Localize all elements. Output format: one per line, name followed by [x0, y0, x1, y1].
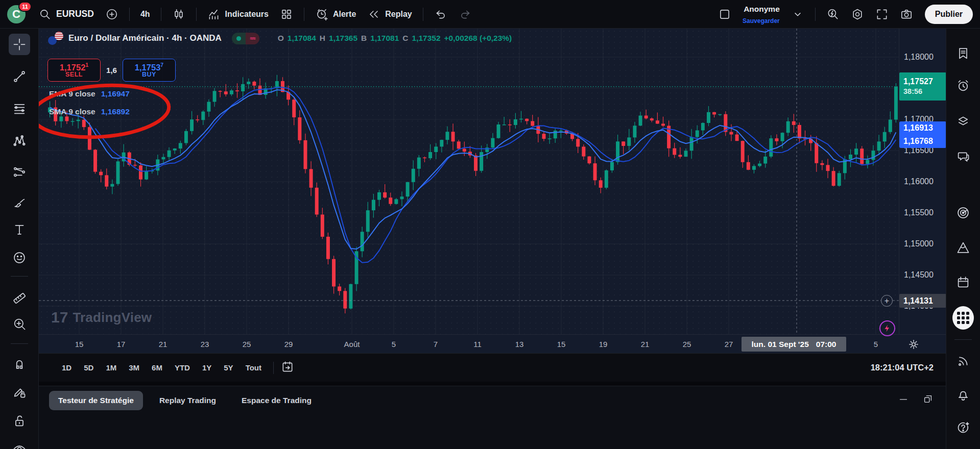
emoji-icon[interactable] [9, 247, 30, 268]
replay-button[interactable]: Replay [362, 5, 417, 24]
fullscreen-button[interactable] [870, 5, 894, 24]
replay-icon [367, 8, 380, 21]
plus-circle-icon [105, 8, 118, 21]
sma-price-badge: 1,16768 [899, 135, 946, 148]
apps-grid-icon[interactable] [952, 307, 974, 329]
range-button-1d[interactable]: 1D [57, 360, 76, 375]
ohlc-key: H [320, 34, 325, 43]
interval-button[interactable]: 4h [135, 5, 156, 24]
lightning-icon[interactable] [879, 320, 895, 336]
text-icon[interactable] [9, 219, 30, 240]
sell-button[interactable]: 1,17521 SELL [47, 59, 101, 82]
layout-square-icon [718, 8, 731, 21]
draw-lock-icon[interactable] [9, 381, 30, 403]
redo-button[interactable] [453, 5, 477, 24]
fullscreen-icon [875, 8, 889, 21]
calendar-icon[interactable] [952, 271, 974, 293]
panel-tab[interactable]: Testeur de Stratégie [49, 391, 143, 410]
range-button-1m[interactable]: 1M [101, 360, 121, 375]
layers-icon[interactable] [952, 110, 974, 132]
radar-icon[interactable] [952, 202, 974, 223]
toolbar-divider [304, 8, 304, 21]
toolbar-divider [196, 8, 197, 21]
panel-resize-handle[interactable] [39, 382, 946, 386]
publish-button[interactable]: Publier [925, 5, 973, 24]
panel-tab[interactable]: Replay Trading [150, 391, 225, 410]
price-axis[interactable]: 1,180001,170001,165001,160001,155001,150… [899, 29, 946, 334]
magnet-icon[interactable] [9, 353, 30, 374]
xabcd-icon[interactable] [9, 130, 30, 152]
fib-icon[interactable] [9, 98, 30, 119]
quick-search-button[interactable] [821, 5, 845, 24]
range-button-6m[interactable]: 6M [147, 360, 167, 375]
projection-icon[interactable] [9, 161, 30, 183]
range-button-5y[interactable]: 5Y [219, 360, 237, 375]
spread-value: 1,6 [101, 66, 123, 74]
layout-name-menu[interactable]: Anonyme Sauvegarder [737, 5, 785, 24]
broadcast-icon[interactable] [952, 351, 974, 372]
sma-indicator-row[interactable]: SMA 9 close 1,16892 [49, 107, 130, 116]
indicators-button[interactable]: Indicateurs [202, 5, 274, 24]
range-button-5d[interactable]: 5D [79, 360, 98, 375]
crosshair-icon[interactable] [9, 34, 30, 55]
add-alert-plus-icon[interactable]: + [881, 295, 893, 307]
market-status-toggle[interactable]: ≈≈ [232, 33, 259, 44]
clock[interactable]: 18:21:04 UTC+2 [871, 363, 934, 372]
snapshot-button[interactable] [894, 5, 919, 24]
alert-button[interactable]: Alerte [309, 5, 362, 24]
range-button-tout[interactable]: Tout [241, 360, 266, 375]
alert-clock-plus-icon [315, 8, 328, 21]
trendline-icon[interactable] [9, 66, 30, 87]
eye-icon[interactable] [9, 438, 30, 449]
time-axis[interactable]: lun. 01 Sept '2507:00 151721232529Août57… [39, 334, 946, 353]
time-tick-label: 21 [159, 340, 168, 348]
zoom-in-icon[interactable] [9, 313, 30, 335]
minimize-panel-icon[interactable] [898, 393, 909, 407]
time-tick-label: 19 [599, 340, 608, 348]
chat-icon[interactable] [952, 146, 974, 167]
layout-select-button[interactable] [712, 5, 737, 24]
settings-button[interactable] [845, 5, 870, 24]
axis-settings-gear-icon[interactable] [907, 338, 920, 353]
time-tick-label: 11 [473, 340, 482, 348]
user-menu-button[interactable]: C 11 [7, 5, 26, 23]
compare-add-button[interactable] [100, 5, 124, 24]
goto-date-icon[interactable] [281, 360, 294, 376]
layout-dropdown-button[interactable] [785, 5, 810, 24]
panel-tab[interactable]: Espace de Trading [232, 391, 321, 410]
maximize-panel-icon[interactable] [922, 393, 934, 407]
time-tick-label: 5 [392, 340, 396, 348]
chart-area[interactable]: Euro / Dollar Américain · 4h · OANDA ≈≈ … [39, 29, 946, 334]
brush-icon[interactable] [9, 191, 30, 213]
bell-icon[interactable] [952, 384, 974, 405]
candles-icon [172, 8, 185, 21]
toolbar-divider [423, 8, 423, 21]
range-button-ytd[interactable]: YTD [170, 360, 195, 375]
range-button-3m[interactable]: 3M [124, 360, 144, 375]
right-sidebar [946, 29, 980, 449]
save-label[interactable]: Sauvegarder [743, 18, 780, 25]
help-icon[interactable] [952, 417, 974, 438]
ema-indicator-row[interactable]: EMA 9 close 1,16947 [49, 89, 130, 98]
alert-clock-icon[interactable] [952, 75, 974, 96]
time-tick-label: 21 [641, 340, 650, 348]
symbol-search-button[interactable]: EURUSD [33, 5, 100, 24]
lock-open-icon[interactable] [9, 410, 30, 432]
chart-style-button[interactable] [166, 5, 191, 24]
symbol-title[interactable]: Euro / Dollar Américain · 4h · OANDA [68, 33, 222, 43]
undo-button[interactable] [428, 5, 453, 24]
time-tick-label: 15 [75, 340, 84, 348]
ohlc-values: O1,17084H1,17365B1,17081C1,17352+0,00268… [278, 34, 512, 43]
chart-legend: Euro / Dollar Américain · 4h · OANDA ≈≈ … [48, 32, 512, 45]
buy-button[interactable]: 1,17537 BUY [123, 59, 176, 82]
sidebar-divider [954, 339, 972, 340]
crosshair-date-badge: lun. 01 Sept '2507:00 [742, 337, 846, 352]
range-button-1y[interactable]: 1Y [198, 360, 216, 375]
watchlist-icon[interactable] [952, 43, 974, 64]
chart-bottom-toolbar: 1D5D1M3M6MYTD1Y5YTout 18:21:04 UTC+2 [39, 353, 946, 382]
ruler-icon[interactable] [9, 286, 30, 308]
bottom-panel: Testeur de StratégieReplay TradingEspace… [39, 386, 946, 449]
layout-templates-button[interactable] [274, 5, 299, 24]
ideas-icon[interactable] [952, 237, 974, 258]
chart-zone: Euro / Dollar Américain · 4h · OANDA ≈≈ … [39, 29, 946, 449]
